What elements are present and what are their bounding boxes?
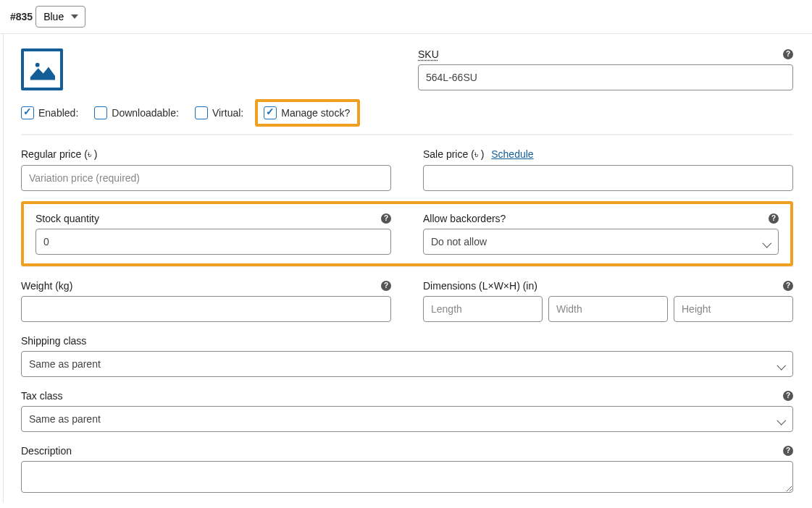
help-icon[interactable]: ?	[783, 49, 793, 59]
weight-label: Weight (kg)	[21, 280, 72, 292]
tax-row: Tax class ? Same as parent	[21, 377, 793, 432]
sale-price-label-row: Sale price (৳ ) Schedule	[423, 148, 793, 161]
schedule-link[interactable]: Schedule	[491, 148, 533, 160]
help-icon[interactable]: ?	[769, 213, 779, 224]
stock-quantity-label: Stock quantity	[35, 213, 99, 224]
tax-class-label-row: Tax class ?	[21, 390, 793, 402]
weight-input[interactable]	[21, 296, 391, 322]
description-label: Description	[21, 445, 72, 457]
description-row: Description ?	[21, 432, 793, 495]
enabled-checkbox[interactable]	[21, 106, 34, 119]
length-input[interactable]	[423, 296, 543, 322]
dimensions-label-row: Dimensions (L×W×H) (in) ?	[423, 280, 793, 292]
manage-stock-checkbox[interactable]	[264, 106, 277, 119]
regular-price-input[interactable]	[21, 165, 391, 191]
stock-highlight: Stock quantity ? Allow backorders? ? Do …	[21, 201, 793, 266]
manage-stock-highlight: Manage stock?	[255, 99, 360, 127]
help-icon[interactable]: ?	[381, 213, 391, 224]
description-textarea[interactable]	[21, 461, 793, 493]
help-icon[interactable]: ?	[783, 446, 793, 456]
dimensions-label: Dimensions (L×W×H) (in)	[423, 280, 537, 292]
width-input[interactable]	[548, 296, 668, 322]
variation-id: #835	[10, 11, 33, 22]
stock-quantity-input[interactable]	[35, 229, 391, 255]
shipping-class-label: Shipping class	[21, 335, 793, 347]
dimensions-inputs	[423, 296, 793, 322]
checkbox-row: Enabled: Downloadable: Virtual: Manage s…	[21, 99, 793, 135]
virtual-label: Virtual:	[212, 107, 243, 119]
backorders-select[interactable]: Do not allow	[423, 229, 779, 255]
tax-class-label: Tax class	[21, 390, 63, 402]
help-icon[interactable]: ?	[783, 281, 793, 291]
virtual-checkbox-item[interactable]: Virtual:	[195, 106, 243, 119]
description-label-row: Description ?	[21, 445, 793, 457]
help-icon[interactable]: ?	[381, 281, 391, 291]
manage-stock-label: Manage stock?	[281, 107, 350, 119]
sale-price-input[interactable]	[423, 165, 793, 191]
image-icon	[29, 59, 55, 80]
backorders-label-row: Allow backorders? ?	[423, 213, 779, 224]
variation-image-placeholder[interactable]	[21, 48, 63, 90]
weight-label-row: Weight (kg) ?	[21, 280, 391, 292]
sku-label: SKU	[418, 48, 439, 60]
manage-stock-checkbox-item[interactable]: Manage stock?	[264, 106, 350, 119]
sku-input[interactable]	[418, 64, 793, 90]
downloadable-checkbox[interactable]	[94, 106, 107, 119]
variation-header: #835 Blue	[0, 0, 812, 34]
pricing-row: Regular price (৳ ) Sale price (৳ ) Sched…	[21, 135, 793, 191]
attribute-select[interactable]: Blue	[35, 6, 85, 27]
stock-quantity-label-row: Stock quantity ?	[35, 213, 391, 224]
help-icon[interactable]: ?	[783, 391, 793, 401]
downloadable-label: Downloadable:	[112, 107, 179, 119]
shipping-class-select[interactable]: Same as parent	[21, 351, 793, 377]
downloadable-checkbox-item[interactable]: Downloadable:	[94, 106, 179, 119]
attribute-select-wrap: Blue	[35, 6, 85, 27]
virtual-checkbox[interactable]	[195, 106, 208, 119]
sku-label-row: SKU ?	[418, 48, 793, 60]
tax-class-select[interactable]: Same as parent	[21, 406, 793, 432]
enabled-checkbox-item[interactable]: Enabled:	[21, 106, 78, 119]
backorders-label: Allow backorders?	[423, 213, 506, 224]
svg-point-1	[35, 63, 40, 67]
shipping-row: Shipping class Same as parent	[21, 322, 793, 377]
variation-body: SKU ? Enabled: Downloadable: Virtual: Ma…	[3, 34, 812, 502]
sale-price-label: Sale price (৳ )	[423, 148, 484, 160]
weight-dim-row: Weight (kg) ? Dimensions (L×W×H) (in) ?	[21, 266, 793, 322]
enabled-label: Enabled:	[38, 107, 78, 119]
height-input[interactable]	[674, 296, 793, 322]
regular-price-label: Regular price (৳ )	[21, 148, 391, 161]
